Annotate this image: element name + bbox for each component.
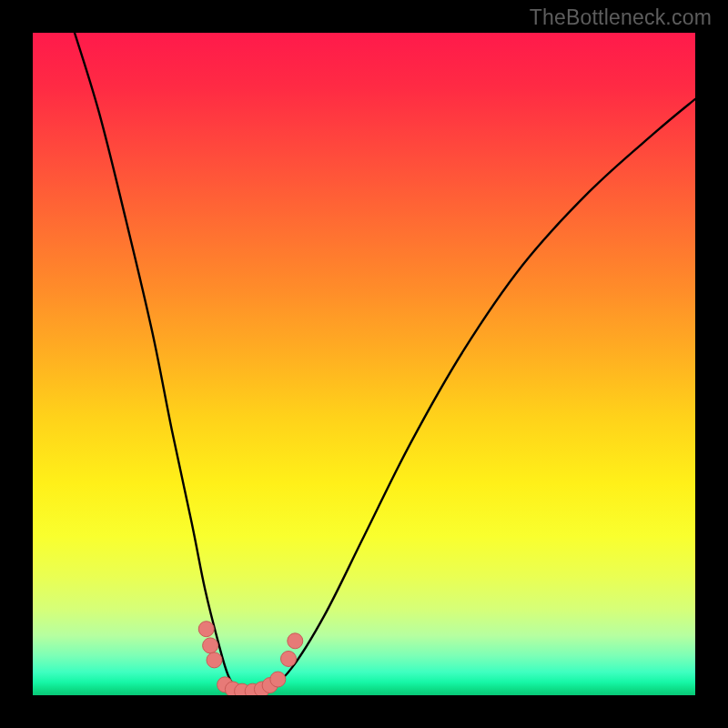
outer-frame: TheBottleneck.com [0,0,728,728]
threshold-bead [281,651,297,666]
threshold-bead [207,652,222,668]
chart-plot-area [33,33,695,695]
threshold-bead [198,622,214,637]
threshold-bead [270,672,286,687]
threshold-bead [288,633,303,649]
attribution-text: TheBottleneck.com [530,5,712,30]
chart-svg [33,33,695,695]
threshold-beads-group [198,622,303,695]
bottleneck-curve [73,33,695,692]
threshold-bead [203,638,218,653]
